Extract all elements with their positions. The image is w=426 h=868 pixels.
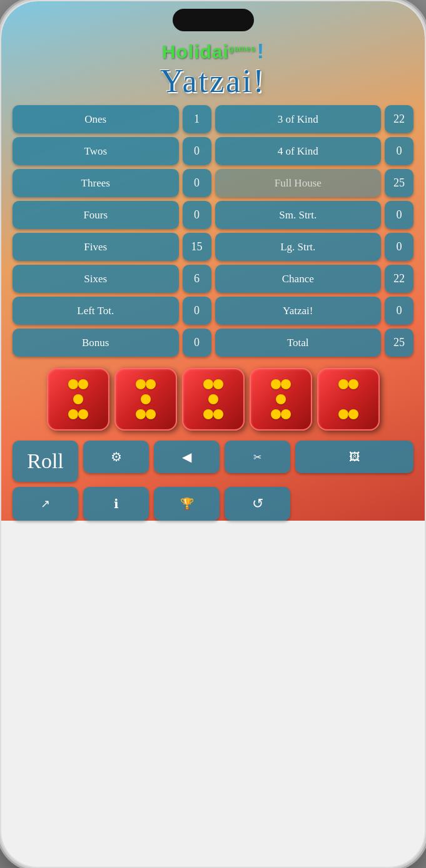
sm-strt-value[interactable]: 0 <box>385 201 413 229</box>
ones-label[interactable]: Ones <box>13 105 179 133</box>
yatzai-label[interactable]: Yatzai! <box>215 297 382 325</box>
fours-value[interactable]: 0 <box>183 201 211 229</box>
three-kind-label[interactable]: 3 of Kind <box>215 105 382 133</box>
settings-button[interactable]: ⚙ <box>83 441 149 473</box>
fives-label[interactable]: Fives <box>13 233 179 261</box>
trophy-button[interactable]: 🏆 <box>154 487 220 521</box>
four-kind-value[interactable]: 0 <box>385 137 413 165</box>
lg-strt-label[interactable]: Lg. Strt. <box>215 233 382 261</box>
sixes-label[interactable]: Sixes <box>13 265 179 293</box>
image-button[interactable]: 🖼 <box>295 441 413 473</box>
twos-value[interactable]: 0 <box>183 137 211 165</box>
lg-strt-value[interactable]: 0 <box>385 233 413 261</box>
die-5[interactable] <box>317 368 380 431</box>
phone-content: Holidaigames ! Yatzai! Ones 1 3 of Kind … <box>1 1 425 867</box>
sixes-value[interactable]: 6 <box>183 265 211 293</box>
threes-label[interactable]: Threes <box>13 169 179 197</box>
refresh-button[interactable]: ↺ <box>225 487 290 521</box>
die-4[interactable] <box>250 368 312 431</box>
phone-shell: Holidaigames ! Yatzai! Ones 1 3 of Kind … <box>0 0 426 868</box>
sound-button[interactable]: ◀ <box>154 441 220 473</box>
phone-notch <box>173 9 254 31</box>
sm-strt-label[interactable]: Sm. Strt. <box>215 201 382 229</box>
fives-value[interactable]: 15 <box>183 233 211 261</box>
info-button[interactable]: ℹ <box>83 487 149 521</box>
logo-area: Holidaigames ! Yatzai! <box>160 39 266 99</box>
chance-label[interactable]: Chance <box>215 265 382 293</box>
dice-area <box>37 360 390 438</box>
total-label[interactable]: Total <box>215 329 382 357</box>
yatzai-value[interactable]: 0 <box>385 297 413 325</box>
score-grid: Ones 1 3 of Kind 22 Twos 0 4 of Kind 0 T… <box>1 105 425 357</box>
left-tot-label[interactable]: Left Tot. <box>13 297 179 325</box>
fours-label[interactable]: Fours <box>13 201 179 229</box>
total-value[interactable]: 25 <box>385 329 413 357</box>
logo-yatzai: Yatzai! <box>160 63 266 99</box>
die-3[interactable] <box>182 368 245 431</box>
three-kind-value[interactable]: 22 <box>385 105 413 133</box>
bonus-value[interactable]: 0 <box>183 329 211 357</box>
logo-exclaim: ! <box>257 39 264 63</box>
full-house-value[interactable]: 25 <box>385 169 413 197</box>
four-kind-label[interactable]: 4 of Kind <box>215 137 382 165</box>
cut-button[interactable]: ✂ <box>225 441 290 473</box>
bonus-label[interactable]: Bonus <box>13 329 179 357</box>
threes-value[interactable]: 0 <box>183 169 211 197</box>
left-tot-value[interactable]: 0 <box>183 297 211 325</box>
logo-holidai: Holidaigames <box>162 41 256 63</box>
die-1[interactable] <box>47 368 109 431</box>
share-button[interactable]: ↗ <box>13 487 78 521</box>
chance-value[interactable]: 22 <box>385 265 413 293</box>
roll-button[interactable]: Roll <box>13 441 78 482</box>
ones-value[interactable]: 1 <box>183 105 211 133</box>
full-house-label[interactable]: Full House <box>215 169 382 197</box>
twos-label[interactable]: Twos <box>13 137 179 165</box>
die-2[interactable] <box>114 368 177 431</box>
